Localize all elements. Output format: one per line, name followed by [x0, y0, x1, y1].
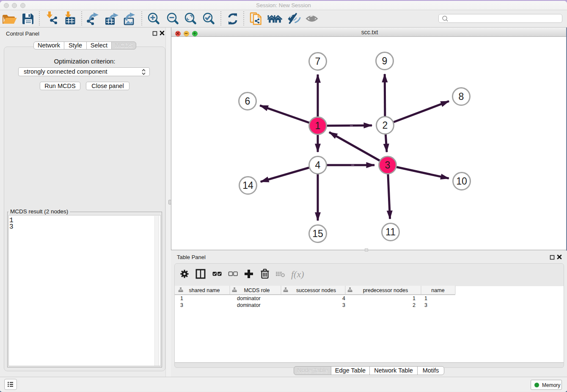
svg-text:1: 1	[424, 295, 427, 301]
svg-text:9: 9	[382, 55, 388, 66]
svg-text:2: 2	[413, 302, 416, 308]
svg-text:3: 3	[385, 160, 391, 171]
svg-text:2: 2	[383, 120, 388, 131]
svg-text:11: 11	[385, 226, 396, 237]
svg-text:1: 1	[315, 120, 321, 131]
svg-text:successor nodes: successor nodes	[296, 287, 336, 293]
svg-text:3: 3	[342, 302, 345, 308]
svg-text:f(x): f(x)	[291, 269, 304, 279]
svg-text:14: 14	[242, 180, 253, 191]
svg-text:dominator: dominator	[237, 295, 261, 301]
svg-text:shared name: shared name	[189, 287, 220, 293]
svg-text:4: 4	[342, 295, 345, 301]
svg-text:name: name	[431, 287, 444, 293]
svg-text:3: 3	[180, 302, 183, 308]
svg-text:1: 1	[180, 295, 183, 301]
svg-text:MCDS role: MCDS role	[244, 287, 270, 293]
svg-text:10: 10	[456, 176, 467, 187]
svg-text:dominator: dominator	[237, 302, 261, 308]
svg-text:predecessor nodes: predecessor nodes	[363, 287, 408, 293]
svg-text:3: 3	[424, 302, 427, 308]
svg-text:7: 7	[315, 56, 321, 67]
svg-text:1: 1	[413, 295, 416, 301]
svg-text:8: 8	[459, 91, 464, 102]
svg-text:4: 4	[315, 160, 321, 171]
svg-text:6: 6	[245, 96, 250, 107]
svg-text:15: 15	[312, 228, 323, 239]
